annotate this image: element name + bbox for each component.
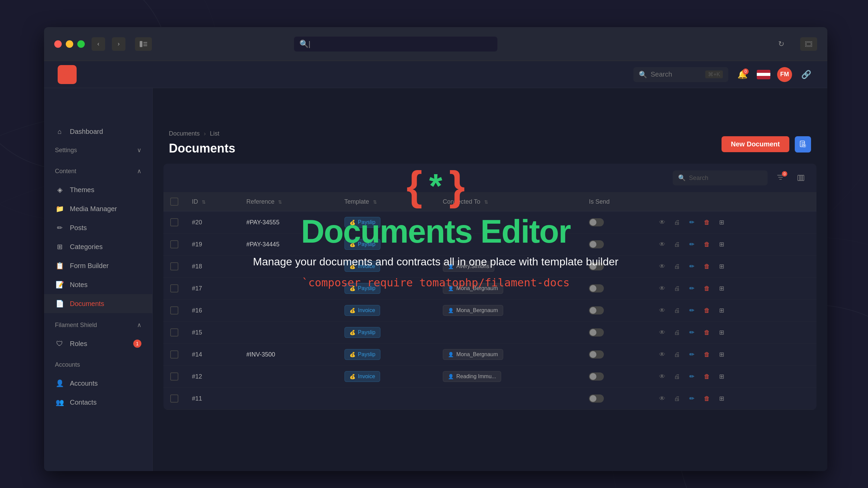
- delete-button[interactable]: 🗑: [702, 393, 712, 404]
- view-button[interactable]: 👁: [657, 371, 668, 382]
- forward-button[interactable]: ›: [112, 37, 125, 51]
- reference-column-header[interactable]: Reference ⇅: [239, 192, 337, 211]
- row-is-send[interactable]: [582, 211, 650, 233]
- maximize-window-button[interactable]: [77, 40, 85, 48]
- delete-button[interactable]: 🗑: [702, 305, 712, 316]
- row-checkbox[interactable]: [170, 262, 178, 270]
- back-button[interactable]: ‹: [92, 37, 105, 51]
- print-button[interactable]: 🖨: [672, 327, 683, 338]
- edit-button[interactable]: ✏: [687, 371, 697, 382]
- sidebar-item-form-builder[interactable]: 📋 Form Builder: [44, 256, 152, 275]
- print-button[interactable]: 🖨: [672, 349, 683, 360]
- toggle-switch[interactable]: [589, 306, 604, 314]
- row-is-send[interactable]: [582, 256, 650, 278]
- language-flag[interactable]: [757, 70, 770, 79]
- minimize-window-button[interactable]: [66, 40, 73, 48]
- delete-button[interactable]: 🗑: [702, 371, 712, 382]
- edit-button[interactable]: ✏: [687, 217, 697, 228]
- row-checkbox[interactable]: [170, 372, 178, 381]
- view-button[interactable]: 👁: [657, 239, 668, 250]
- sidebar-item-media-manager[interactable]: 📁 Media Manager: [44, 199, 152, 218]
- copy-button[interactable]: ⊞: [716, 393, 727, 404]
- header-search-bar[interactable]: 🔍 ⌘+K: [633, 67, 728, 82]
- row-is-send[interactable]: [582, 322, 650, 344]
- row-checkbox[interactable]: [170, 394, 178, 403]
- content-section-header[interactable]: Content ∧: [44, 162, 152, 180]
- id-column-header[interactable]: ID ⇅: [185, 192, 239, 211]
- sidebar-item-dashboard[interactable]: ⌂ Dashboard: [44, 122, 152, 141]
- toggle-switch[interactable]: [589, 240, 604, 248]
- sidebar-item-categories[interactable]: ⊞ Categories: [44, 237, 152, 256]
- row-checkbox[interactable]: [170, 284, 178, 292]
- row-checkbox[interactable]: [170, 218, 178, 226]
- row-is-send[interactable]: [582, 300, 650, 322]
- sidebar-item-contacts[interactable]: 👥 Contacts: [44, 393, 152, 412]
- sidebar-item-documents[interactable]: 📄 Documents: [44, 294, 152, 313]
- toggle-switch[interactable]: [589, 372, 604, 381]
- delete-button[interactable]: 🗑: [702, 349, 712, 360]
- template-column-header[interactable]: Template ⇅: [338, 192, 436, 211]
- sidebar-toggle-button[interactable]: [135, 37, 152, 51]
- edit-button[interactable]: ✏: [687, 305, 697, 316]
- toggle-switch[interactable]: [589, 350, 604, 359]
- print-button[interactable]: 🖨: [672, 393, 683, 404]
- edit-button[interactable]: ✏: [687, 239, 697, 250]
- print-button[interactable]: 🖨: [672, 217, 683, 228]
- edit-button[interactable]: ✏: [687, 261, 697, 272]
- breadcrumb-documents[interactable]: Documents: [169, 130, 200, 137]
- refresh-button[interactable]: ↻: [774, 37, 788, 51]
- view-button[interactable]: 👁: [657, 327, 668, 338]
- toggle-switch[interactable]: [589, 394, 604, 403]
- connected-to-column-header[interactable]: Connected To ⇅: [436, 192, 582, 211]
- copy-button[interactable]: ⊞: [716, 349, 727, 360]
- copy-button[interactable]: ⊞: [716, 217, 727, 228]
- user-avatar[interactable]: FM: [777, 67, 792, 82]
- print-button[interactable]: 🖨: [672, 283, 683, 294]
- copy-button[interactable]: ⊞: [716, 239, 727, 250]
- row-is-send[interactable]: [582, 233, 650, 256]
- row-checkbox[interactable]: [170, 350, 178, 359]
- view-button[interactable]: 👁: [657, 283, 668, 294]
- print-button[interactable]: 🖨: [672, 261, 683, 272]
- delete-button[interactable]: 🗑: [702, 239, 712, 250]
- search-input[interactable]: [651, 70, 702, 78]
- copy-button[interactable]: ⊞: [716, 371, 727, 382]
- row-is-send[interactable]: [582, 366, 650, 388]
- toggle-switch[interactable]: [589, 262, 604, 270]
- filter-button[interactable]: 0: [773, 170, 788, 185]
- filament-shield-header[interactable]: Filament Shield ∧: [44, 316, 152, 334]
- sidebar-item-roles[interactable]: 🛡 Roles 1: [44, 334, 152, 353]
- sidebar-item-themes[interactable]: ◈ Themes: [44, 180, 152, 199]
- print-button[interactable]: 🖨: [672, 305, 683, 316]
- row-checkbox[interactable]: [170, 306, 178, 314]
- document-icon-button[interactable]: [795, 136, 811, 152]
- sidebar-item-posts[interactable]: ✏ Posts: [44, 218, 152, 237]
- close-window-button[interactable]: [54, 40, 62, 48]
- copy-button[interactable]: ⊞: [716, 283, 727, 294]
- copy-button[interactable]: ⊞: [716, 305, 727, 316]
- edit-button[interactable]: ✏: [687, 283, 697, 294]
- row-is-send[interactable]: [582, 388, 650, 410]
- row-checkbox[interactable]: [170, 328, 178, 337]
- delete-button[interactable]: 🗑: [702, 327, 712, 338]
- accounts-section-header[interactable]: Accounts: [44, 356, 152, 374]
- table-search-bar[interactable]: 🔍 Search: [673, 170, 768, 185]
- print-button[interactable]: 🖨: [672, 371, 683, 382]
- edit-button[interactable]: ✏: [687, 349, 697, 360]
- window-control-button[interactable]: [800, 37, 817, 51]
- view-button[interactable]: 👁: [657, 393, 668, 404]
- view-button[interactable]: 👁: [657, 349, 668, 360]
- settings-section-header[interactable]: Settings ∨: [44, 141, 152, 159]
- sidebar-item-accounts[interactable]: 👤 Accounts: [44, 374, 152, 393]
- print-button[interactable]: 🖨: [672, 239, 683, 250]
- toggle-switch[interactable]: [589, 284, 604, 292]
- toggle-switch[interactable]: [589, 218, 604, 226]
- delete-button[interactable]: 🗑: [702, 217, 712, 228]
- link-button[interactable]: 🔗: [799, 67, 814, 82]
- view-button[interactable]: 👁: [657, 261, 668, 272]
- columns-button[interactable]: [793, 170, 808, 185]
- view-button[interactable]: 👁: [657, 305, 668, 316]
- notifications-button[interactable]: 🔔 0: [735, 67, 750, 82]
- delete-button[interactable]: 🗑: [702, 261, 712, 272]
- copy-button[interactable]: ⊞: [716, 327, 727, 338]
